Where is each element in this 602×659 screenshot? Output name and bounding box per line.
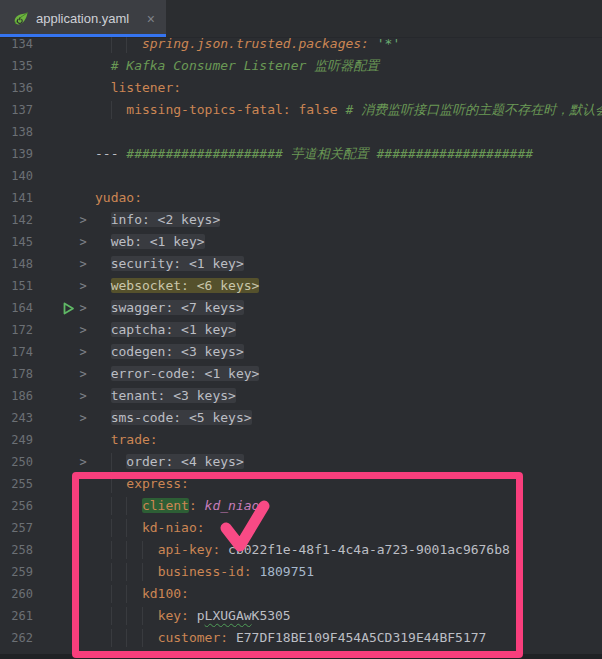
bottom-edge [0, 654, 602, 659]
code-text: yudao: [90, 187, 602, 209]
line-number: 256 [0, 495, 33, 517]
indent-guide [126, 519, 127, 537]
line-number: 257 [0, 517, 33, 539]
code-line[interactable]: 145> web: <1 key> [0, 231, 602, 253]
line-number: 148 [0, 253, 33, 275]
code-line[interactable]: 140 [0, 165, 602, 187]
line-number: 261 [0, 605, 33, 627]
code-text: customer: E77DF18BE109F454A5CD319E44BF51… [90, 627, 602, 649]
code-text: websocket: <6 keys> [90, 275, 602, 297]
code-line[interactable]: 256 client: kd_niao [0, 495, 602, 517]
gutter: 135 [0, 55, 90, 77]
code-line[interactable]: 135 # Kafka Consumer Listener 监听器配置 [0, 55, 602, 77]
code-text: listener: [90, 77, 602, 99]
code-line[interactable]: 134 spring.json.trusted.packages: '*' [0, 37, 602, 55]
code-line[interactable]: 243> sms-code: <5 keys> [0, 407, 602, 429]
code-text: order: <4 keys> [90, 451, 602, 473]
code-text [90, 165, 602, 187]
code-line[interactable]: 137 missing-topics-fatal: false # 消费监听接口… [0, 99, 602, 121]
close-icon[interactable]: × [144, 10, 158, 28]
code-editor[interactable]: 134 spring.json.trusted.packages: '*'135… [0, 37, 602, 659]
line-number: 151 [0, 275, 33, 297]
gutter: 261 [0, 605, 90, 627]
line-number: 243 [0, 407, 33, 429]
gutter: 257 [0, 517, 90, 539]
code-line[interactable]: 136 listener: [0, 77, 602, 99]
code-line[interactable]: 142> info: <2 keys> [0, 209, 602, 231]
fold-chevron-icon[interactable]: > [78, 297, 88, 319]
line-number: 139 [0, 143, 33, 165]
code-text [90, 121, 602, 143]
line-number: 260 [0, 583, 33, 605]
code-line[interactable]: 261 key: pLXUGAwK5305 [0, 605, 602, 627]
ide-window: application.yaml × 134 spring.json.trust… [0, 0, 602, 659]
line-number: 174 [0, 341, 33, 363]
gutter: 186> [0, 385, 90, 407]
code-line[interactable]: 257 kd-niao: [0, 517, 602, 539]
code-line[interactable]: 164> swagger: <7 keys> [0, 297, 602, 319]
code-line[interactable]: 249 trade: [0, 429, 602, 451]
code-line[interactable]: 148> security: <1 key> [0, 253, 602, 275]
fold-chevron-icon[interactable]: > [78, 253, 88, 275]
code-line[interactable]: 250> order: <4 keys> [0, 451, 602, 473]
code-text: kd-niao: [90, 517, 602, 539]
line-number: 164 [0, 297, 33, 319]
code-text: tenant: <3 keys> [90, 385, 602, 407]
indent-guide [111, 497, 112, 515]
code-line[interactable]: 259 business-id: 1809751 [0, 561, 602, 583]
tab-application-yaml[interactable]: application.yaml × [0, 0, 166, 37]
code-line[interactable]: 151> websocket: <6 keys> [0, 275, 602, 297]
line-number: 172 [0, 319, 33, 341]
gutter: 140 [0, 165, 90, 187]
gutter: 260 [0, 583, 90, 605]
line-number: 136 [0, 77, 33, 99]
code-text: missing-topics-fatal: false # 消费监听接口监听的主… [90, 99, 602, 121]
fold-chevron-icon[interactable]: > [78, 275, 88, 297]
code-text: trade: [90, 429, 602, 451]
gutter: 243> [0, 407, 90, 429]
indent-guide [142, 629, 143, 647]
fold-chevron-icon[interactable]: > [78, 451, 88, 473]
code-line[interactable]: 260 kd100: [0, 583, 602, 605]
gutter: 142> [0, 209, 90, 231]
code-text: business-id: 1809751 [90, 561, 602, 583]
code-line[interactable]: 174> codegen: <3 keys> [0, 341, 602, 363]
gutter: 145> [0, 231, 90, 253]
fold-chevron-icon[interactable]: > [78, 209, 88, 231]
indent-guide [111, 563, 112, 581]
code-line[interactable]: 186> tenant: <3 keys> [0, 385, 602, 407]
code-line[interactable]: 141yudao: [0, 187, 602, 209]
gutter: 258 [0, 539, 90, 561]
fold-chevron-icon[interactable]: > [78, 319, 88, 341]
line-number: 141 [0, 187, 33, 209]
code-line[interactable]: 138 [0, 121, 602, 143]
gutter: 139 [0, 143, 90, 165]
line-number: 249 [0, 429, 33, 451]
fold-chevron-icon[interactable]: > [78, 407, 88, 429]
editor-tab-bar: application.yaml × [0, 0, 602, 38]
code-text: info: <2 keys> [90, 209, 602, 231]
gutter: 262 [0, 627, 90, 649]
fold-chevron-icon[interactable]: > [78, 231, 88, 253]
run-icon[interactable] [62, 302, 75, 315]
code-line[interactable]: 178> error-code: <1 key> [0, 363, 602, 385]
indent-guide [142, 607, 143, 625]
fold-chevron-icon[interactable]: > [78, 341, 88, 363]
line-number: 259 [0, 561, 33, 583]
code-line[interactable]: 258 api-key: cb022f1e-48f1-4c4a-a723-900… [0, 539, 602, 561]
code-line[interactable]: 139--- #################### 芋道相关配置 #####… [0, 143, 602, 165]
gutter: 249 [0, 429, 90, 451]
indent-guide [126, 585, 127, 603]
line-number: 140 [0, 165, 33, 187]
code-text: # Kafka Consumer Listener 监听器配置 [90, 55, 602, 77]
fold-chevron-icon[interactable]: > [78, 385, 88, 407]
gutter: 136 [0, 77, 90, 99]
code-line[interactable]: 255 express: [0, 473, 602, 495]
gutter: 259 [0, 561, 90, 583]
code-line[interactable]: 262 customer: E77DF18BE109F454A5CD319E44… [0, 627, 602, 649]
code-line[interactable]: 172> captcha: <1 key> [0, 319, 602, 341]
fold-chevron-icon[interactable]: > [78, 363, 88, 385]
code-text: sms-code: <5 keys> [90, 407, 602, 429]
code-text: api-key: cb022f1e-48f1-4c4a-a723-9001ac9… [90, 539, 602, 561]
spring-boot-icon [13, 11, 29, 27]
